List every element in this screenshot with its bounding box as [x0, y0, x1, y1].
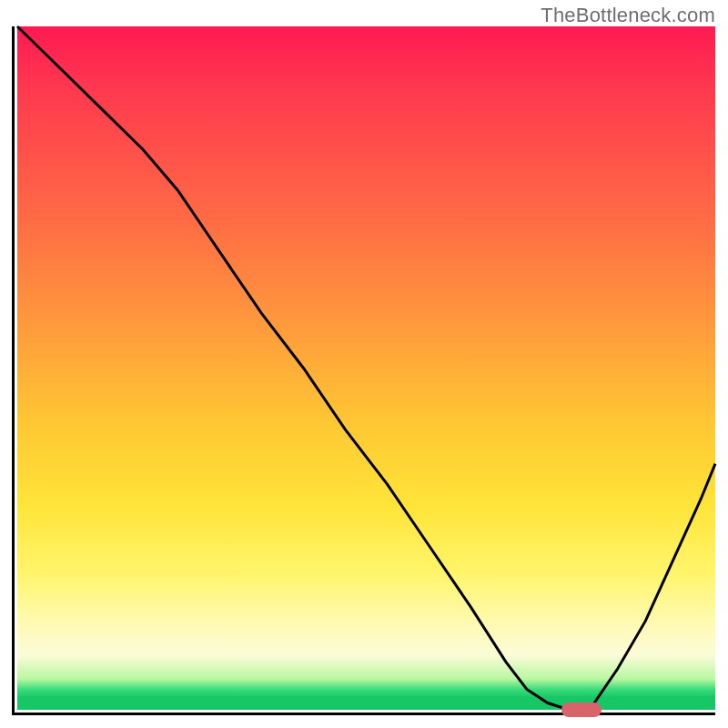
- bottleneck-curve: [17, 26, 715, 710]
- curve-path: [17, 26, 715, 710]
- plot-frame: [12, 26, 715, 715]
- optimal-marker: [561, 703, 602, 717]
- chart-container: TheBottleneck.com: [0, 0, 728, 728]
- watermark-text: TheBottleneck.com: [541, 4, 715, 27]
